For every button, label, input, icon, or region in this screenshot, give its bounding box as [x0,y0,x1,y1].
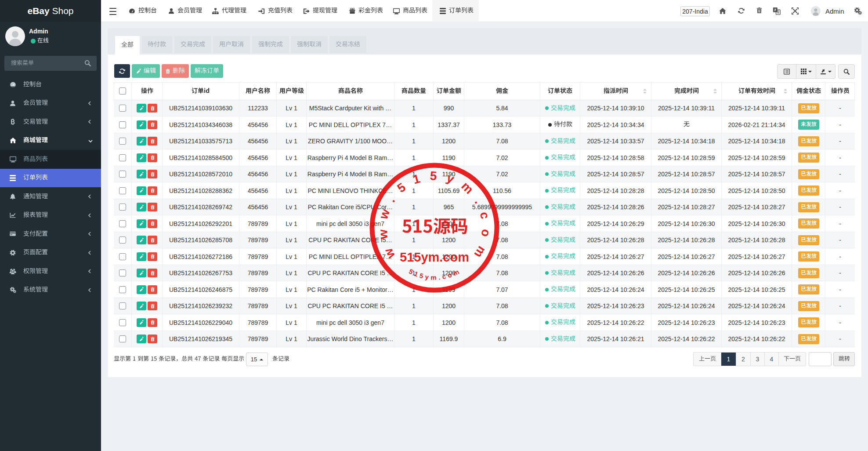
svg-text:515ym.com: 515ym.com [408,267,462,281]
svg-text:515ym.com: 515ym.com [400,250,469,264]
